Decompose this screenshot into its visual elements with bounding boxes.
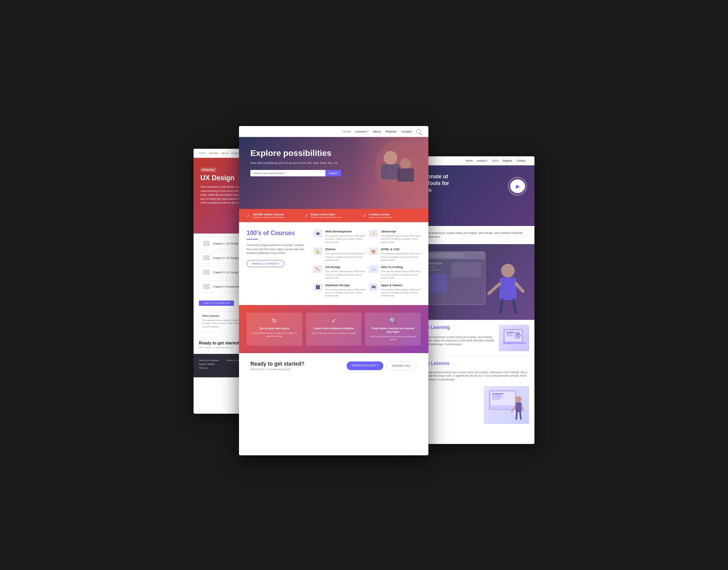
- svg-rect-32: [506, 332, 514, 333]
- benefit-find-desc: Build your library for your career and p…: [370, 335, 416, 341]
- web-dev-icon: 💻: [313, 230, 322, 237]
- find-icon: 🔍: [370, 317, 416, 324]
- footer-col-1: Udemy for business Support Affiliate Abo…: [199, 359, 219, 369]
- center-nav-contact[interactable]: Contact: [401, 130, 412, 133]
- chapter-icon: [203, 241, 210, 246]
- svg-rect-45: [516, 402, 522, 412]
- center-create-account-button[interactable]: CREATE ACCOUNT »: [347, 361, 384, 370]
- coding-text: Intro to Coding Duis egestas aliquet ali…: [381, 265, 421, 279]
- coding-icon: ⌨️: [369, 265, 378, 273]
- center-hero-content: Explore possibilities Dive into somethin…: [239, 137, 428, 184]
- svg-rect-43: [492, 399, 500, 399]
- hero-subtitle: Dive into something new for as low as $1…: [250, 161, 417, 165]
- classroom-illustration: [484, 386, 529, 424]
- html-css-title: HTML & CSS: [381, 248, 421, 251]
- courses-left-panel: 100's of Courses The world's largest sel…: [247, 230, 307, 297]
- benefit-pace-desc: Enjoy lifetime access to courses on Udem…: [251, 332, 298, 338]
- footer-about-us[interactable]: About us: [199, 367, 219, 369]
- left-nav-about[interactable]: About: [221, 152, 228, 154]
- course-web-dev: 💻 Web Development Duis egestas aliquet a…: [313, 230, 365, 244]
- laptop-svg: [502, 327, 526, 348]
- left-nav-courses[interactable]: courses: [209, 152, 219, 154]
- svg-rect-34: [506, 335, 513, 336]
- db-icon: 🗄️: [313, 283, 322, 291]
- svg-line-47: [522, 406, 523, 411]
- left-cta-subtitle: Get in touch, or create an account: [199, 346, 241, 349]
- center-panel: Home courses » About Register Contact Ex…: [239, 126, 428, 455]
- chapter-icon: [203, 269, 210, 275]
- check-icon-2: ✓: [305, 213, 308, 218]
- search-button[interactable]: Search: [325, 170, 341, 176]
- db-text: Database Design Duis egestas aliquet ali…: [325, 283, 365, 297]
- feature-2-text: Expert Instruction Find the right instru…: [311, 213, 341, 218]
- heading-underline: [247, 239, 258, 240]
- svg-rect-18: [426, 253, 464, 258]
- center-nav-register[interactable]: Register: [386, 130, 397, 133]
- left-nav-home[interactable]: Home: [199, 152, 206, 154]
- feature-lifetime: ✓ Lifetime access Learn on your schedule: [363, 213, 421, 218]
- svg-rect-40: [492, 393, 503, 394]
- play-button[interactable]: [508, 177, 527, 196]
- footer-udemy-business[interactable]: Udemy for business: [199, 359, 219, 361]
- left-cta-title: Ready to get started?: [199, 341, 241, 345]
- feature-1-sub: Explore a variety of fresh topics: [253, 216, 284, 218]
- hero-title: Explore possibilities: [250, 148, 417, 158]
- chapter-icon: [203, 284, 210, 289]
- right-nav-home[interactable]: Home: [466, 159, 473, 162]
- center-nav-home[interactable]: Home: [343, 130, 351, 133]
- chapter-icon: [203, 255, 210, 260]
- benefit-pace: ↻ Go at your own pace Enjoy lifetime acc…: [247, 313, 302, 346]
- center-contact-us-button[interactable]: CONTACT US »: [386, 361, 417, 370]
- db-desc: Duis egestas aliquet aliquet. Maecenas e…: [325, 288, 365, 297]
- course-ux: ✏️ UX Design Duis egestas aliquet alique…: [313, 265, 365, 279]
- svg-rect-25: [500, 277, 516, 300]
- right-nav-courses[interactable]: courses »: [476, 159, 488, 162]
- ux-icon: ✏️: [313, 265, 322, 273]
- courses-heading: 100's of Courses: [247, 230, 307, 237]
- center-cta-buttons: CREATE ACCOUNT » CONTACT US »: [347, 361, 417, 370]
- center-nav-about[interactable]: About: [373, 130, 381, 133]
- svg-rect-23: [451, 262, 481, 277]
- benefit-experts-title: Learn from industry experts: [311, 327, 357, 330]
- benefit-experts-desc: Select from top instructors around the w…: [311, 332, 357, 335]
- course-js: ⚡ Javascript Duis egestas aliquet alique…: [369, 230, 421, 244]
- center-hero: Explore possibilities Dive into somethin…: [239, 137, 428, 209]
- courses-description: The world's largest selection of courses…: [247, 243, 307, 255]
- svg-line-27: [516, 284, 523, 291]
- center-cta-section: Ready to get started? Get in touch, or c…: [239, 353, 428, 378]
- feature-online-courses: ✓ 100,000 online courses Explore a varie…: [247, 213, 305, 218]
- coding-desc: Duis egestas aliquet aliquet. Maecenas e…: [381, 270, 421, 279]
- feature-2-sub: Find the right instructor for you: [311, 216, 341, 218]
- games-icon: 🎮: [369, 283, 378, 291]
- features-bar: ✓ 100,000 online courses Explore a varie…: [239, 209, 428, 222]
- web-dev-title: Web Development: [325, 230, 365, 233]
- back-to-course-list-button[interactable]: « BACK TO COURSE LIST: [199, 301, 234, 306]
- course-games: 🎮 Apps & Games Duis egestas aliquet aliq…: [369, 283, 421, 297]
- right-nav-contact[interactable]: Contact: [516, 159, 525, 162]
- feature-1-title: 100,000 online courses: [253, 213, 284, 216]
- svg-line-49: [520, 412, 521, 419]
- right-nav-about[interactable]: About: [492, 159, 499, 162]
- js-text: Javascript Duis egestas aliquet aliquet.…: [381, 230, 421, 244]
- svg-line-26: [489, 284, 500, 293]
- coding-title: Intro to Coding: [381, 265, 421, 269]
- courses-section: 100's of Courses The world's largest sel…: [239, 222, 428, 305]
- view-all-courses-button[interactable]: VIEW ALL COURSES »: [247, 260, 284, 267]
- svg-rect-36: [503, 343, 526, 344]
- center-cta-title: Ready to get started?: [250, 361, 305, 367]
- nav-search-icon[interactable]: [416, 129, 421, 134]
- search-input[interactable]: [250, 170, 325, 176]
- html-css-desc: Duis egestas aliquet aliquet. Maecenas e…: [381, 252, 421, 262]
- laptop-illustration: [499, 325, 529, 351]
- svg-rect-42: [492, 397, 503, 397]
- center-nav-courses[interactable]: courses »: [355, 130, 369, 133]
- js-title: Javascript: [381, 230, 421, 233]
- web-dev-desc: Duis egestas aliquet aliquet. Maecenas e…: [325, 234, 365, 244]
- svg-line-28: [500, 300, 502, 312]
- center-nav: Home courses » About Register Contact: [239, 126, 428, 137]
- db-title: Database Design: [325, 283, 365, 287]
- course-coding: ⌨️ Intro to Coding Duis egestas aliquet …: [369, 265, 421, 279]
- right-nav-register[interactable]: Register: [503, 159, 512, 162]
- js-icon: ⚡: [369, 230, 378, 237]
- footer-support-affiliate[interactable]: Support Affiliate: [199, 363, 219, 365]
